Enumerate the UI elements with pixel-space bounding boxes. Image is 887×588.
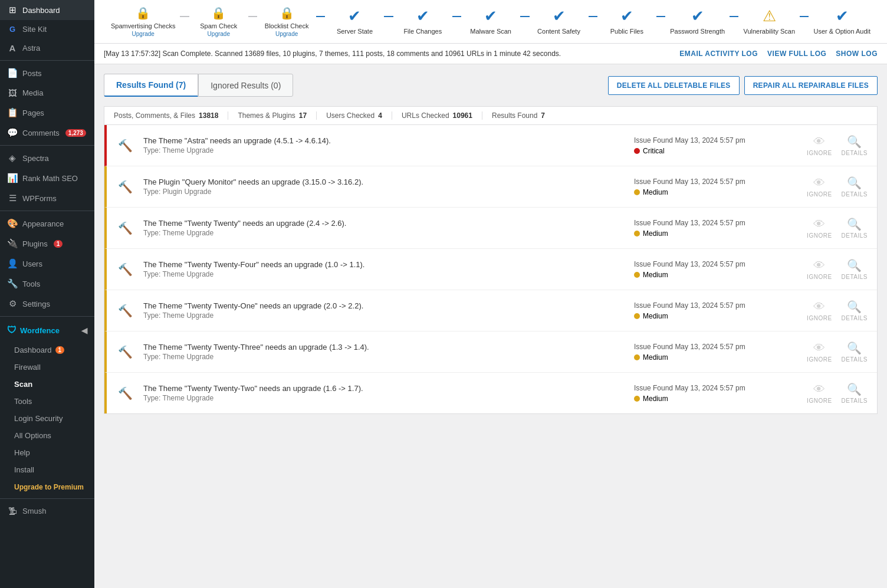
sidebar-item-comments[interactable]: 💬 Comments 1,273: [0, 123, 94, 143]
email-activity-log-link[interactable]: EMAIL ACTIVITY LOG: [679, 50, 758, 58]
connector-5: [452, 16, 461, 17]
sidebar-item-dashboard[interactable]: ⊞ Dashboard: [0, 0, 94, 20]
ignore-btn-7[interactable]: 👁 IGNORE: [807, 383, 832, 404]
ignore-icon-3: 👁: [813, 218, 826, 231]
result-date-3: Issue Found May 13, 2024 5:57 pm: [634, 219, 787, 227]
plugins-badge: 1: [54, 240, 63, 248]
scan-check-malware: ✔ Malware Scan: [461, 7, 520, 36]
details-btn-7[interactable]: 🔍 DETAILS: [842, 382, 868, 404]
ignore-btn-5[interactable]: 👁 IGNORE: [807, 300, 832, 321]
result-title-3: The Theme "Twenty Twenty" needs an upgra…: [143, 219, 625, 228]
comments-icon: 💬: [7, 127, 18, 138]
ignore-btn-2[interactable]: 👁 IGNORE: [807, 176, 832, 198]
connector-7: [589, 16, 597, 17]
users-icon: 👤: [7, 258, 18, 269]
sidebar-item-settings[interactable]: ⚙ Settings: [0, 294, 94, 314]
connector-1: [180, 16, 189, 17]
result-actions-1: 👁 IGNORE 🔍 DETAILS: [797, 134, 868, 156]
wf-install-item[interactable]: Install: [0, 461, 94, 478]
scan-check-spamcheck: 🔒 Spam Check Upgrade: [189, 6, 248, 37]
sidebar-item-posts[interactable]: 📄 Posts: [0, 63, 94, 83]
result-type-5: Type: Theme Upgrade: [143, 311, 625, 320]
result-content-1: The Theme "Astra" needs an upgrade (4.5.…: [143, 136, 625, 155]
astra-icon: A: [7, 43, 18, 53]
sidebar-item-sitekit[interactable]: G Site Kit: [0, 20, 94, 38]
result-content-3: The Theme "Twenty Twenty" needs an upgra…: [143, 219, 625, 237]
sidebar-item-rankmath[interactable]: 📊 Rank Math SEO: [0, 168, 94, 188]
details-btn-6[interactable]: 🔍 DETAILS: [842, 341, 868, 363]
ignore-icon-7: 👁: [813, 383, 826, 396]
result-date-6: Issue Found May 13, 2024 5:57 pm: [634, 343, 787, 351]
pass-icon-publicfiles: ✔: [620, 7, 633, 25]
ignore-btn-1[interactable]: 👁 IGNORE: [807, 135, 832, 156]
result-content-7: The Theme "Twenty Twenty-Two" needs an u…: [143, 384, 625, 402]
delete-all-btn[interactable]: DELETE ALL DELETABLE FILES: [608, 76, 740, 95]
scan-log-bar: [May 13 17:57:32] Scan Complete. Scanned…: [94, 44, 887, 64]
sidebar-item-media[interactable]: 🖼 Media: [0, 83, 94, 103]
scan-check-publicfiles: ✔ Public Files: [597, 7, 656, 36]
stat-posts-comments: Posts, Comments, & Files 13818: [114, 111, 228, 120]
result-title-6: The Theme "Twenty Twenty-Three" needs an…: [143, 343, 625, 352]
ignore-btn-6[interactable]: 👁 IGNORE: [807, 341, 832, 363]
media-icon: 🖼: [7, 88, 18, 98]
locked-icon-blocklist: 🔒: [280, 6, 294, 20]
sidebar-item-users[interactable]: 👤 Users: [0, 254, 94, 274]
result-content-5: The Theme "Twenty Twenty-One" needs an u…: [143, 301, 625, 320]
wf-help-item[interactable]: Help: [0, 444, 94, 461]
plugins-icon: 🔌: [7, 238, 18, 249]
upgrade-spamvertising-link[interactable]: Upgrade: [132, 31, 155, 37]
wf-scan-item[interactable]: Scan: [0, 376, 94, 393]
sidebar-item-pages[interactable]: 📋 Pages: [0, 103, 94, 123]
details-btn-5[interactable]: 🔍 DETAILS: [842, 300, 868, 321]
upgrade-spamcheck-link[interactable]: Upgrade: [208, 31, 230, 37]
wpforms-icon: ☰: [7, 193, 18, 203]
wordfence-header[interactable]: 🛡 Wordfence ◀: [0, 319, 94, 341]
details-btn-3[interactable]: 🔍 DETAILS: [842, 217, 868, 239]
wf-tools-item[interactable]: Tools: [0, 393, 94, 410]
sidebar-item-spectra[interactable]: ◈ Spectra: [0, 148, 94, 168]
details-btn-4[interactable]: 🔍 DETAILS: [842, 258, 868, 280]
sitekit-icon: G: [7, 25, 18, 34]
result-date-2: Issue Found May 13, 2024 5:57 pm: [634, 178, 787, 186]
ignore-btn-4[interactable]: 👁 IGNORE: [807, 259, 832, 280]
details-btn-1[interactable]: 🔍 DETAILS: [842, 134, 868, 156]
result-row-1: 🔨 The Theme "Astra" needs an upgrade (4.…: [104, 125, 877, 166]
repair-all-btn[interactable]: REPAIR ALL REPAIRABLE FILES: [744, 76, 878, 95]
scan-check-serverstate: ✔ Server State: [325, 7, 384, 36]
result-title-4: The Theme "Twenty Twenty-Four" needs an …: [143, 260, 625, 269]
tools-icon: 🔧: [7, 278, 18, 289]
ignore-icon-2: 👁: [813, 176, 826, 190]
result-actions-7: 👁 IGNORE 🔍 DETAILS: [797, 382, 868, 404]
tab-ignored-results[interactable]: Ignored Results (0): [198, 74, 293, 97]
upgrade-blocklist-link[interactable]: Upgrade: [275, 31, 298, 37]
view-full-log-link[interactable]: VIEW FULL LOG: [767, 50, 826, 58]
result-title-5: The Theme "Twenty Twenty-One" needs an u…: [143, 301, 625, 310]
wf-dashboard-item[interactable]: Dashboard 1: [0, 341, 94, 359]
result-meta-6: Issue Found May 13, 2024 5:57 pm Medium: [634, 343, 787, 362]
upgrade-to-premium-link[interactable]: Upgrade to Premium: [0, 478, 94, 496]
pass-icon-serverstate: ✔: [348, 7, 361, 25]
details-btn-2[interactable]: 🔍 DETAILS: [842, 176, 868, 198]
sidebar-item-tools[interactable]: 🔧 Tools: [0, 274, 94, 294]
connector-9: [730, 16, 738, 17]
show-log-link[interactable]: SHOW LOG: [836, 50, 878, 58]
sidebar-item-wpforms[interactable]: ☰ WPForms: [0, 188, 94, 208]
result-content-4: The Theme "Twenty Twenty-Four" needs an …: [143, 260, 625, 278]
wf-all-options-item[interactable]: All Options: [0, 427, 94, 444]
sidebar-item-appearance[interactable]: 🎨 Appearance: [0, 213, 94, 234]
wf-login-security-item[interactable]: Login Security: [0, 410, 94, 427]
sidebar-item-astra[interactable]: A Astra: [0, 38, 94, 58]
stat-urls-checked: URLs Checked 10961: [392, 111, 482, 120]
stat-results-found: Results Found 7: [482, 111, 554, 120]
warn-icon-vulnerability: ⚠: [763, 7, 776, 25]
stats-row: Posts, Comments, & Files 13818 Themes & …: [104, 106, 878, 124]
result-icon-7: 🔨: [116, 386, 134, 400]
sidebar-item-plugins[interactable]: 🔌 Plugins 1: [0, 234, 94, 254]
settings-icon: ⚙: [7, 298, 18, 309]
result-actions-5: 👁 IGNORE 🔍 DETAILS: [797, 300, 868, 321]
tab-results-found[interactable]: Results Found (7): [104, 74, 198, 97]
sidebar-item-smush[interactable]: 🗜 Smush: [0, 501, 94, 521]
wf-firewall-item[interactable]: Firewall: [0, 359, 94, 376]
content-area: Results Found (7) Ignored Results (0) DE…: [94, 64, 887, 423]
ignore-btn-3[interactable]: 👁 IGNORE: [807, 218, 832, 239]
